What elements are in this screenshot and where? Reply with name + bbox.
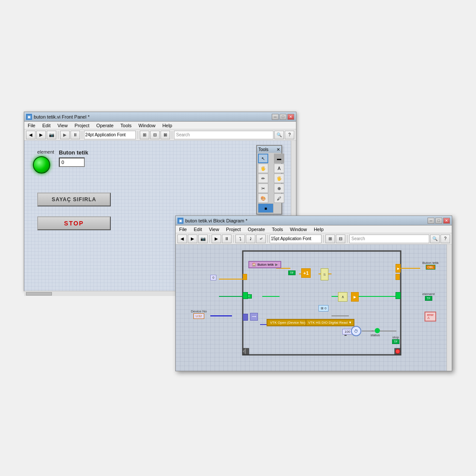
obl-indicator: OBL	[426, 265, 435, 270]
bd-search-placeholder: Search	[351, 236, 365, 241]
zero-constant: 0	[210, 275, 216, 280]
shift-reg-left-bool	[243, 292, 248, 299]
tool-wire[interactable]: ✏	[258, 174, 268, 183]
font-dropdown[interactable]: 24pt Application Font	[84, 131, 136, 139]
bd-menu-edit[interactable]: Edit	[192, 227, 204, 232]
tool-blue-box[interactable]: ■	[258, 203, 273, 213]
bd-menu-tools[interactable]: Tools	[270, 227, 285, 232]
scrollbar-thumb[interactable]	[26, 292, 52, 296]
menu-help[interactable]: Help	[161, 123, 174, 128]
bd-menubar: File Edit View Project Operate Tools Win…	[176, 225, 452, 233]
tool-pencil[interactable]: 🖊	[274, 193, 284, 203]
tool-text[interactable]: A	[274, 164, 284, 173]
bd-wiring-svg	[176, 244, 452, 371]
buton-tetik-vi-label: Buton tetik	[257, 263, 274, 267]
bd-font-dropdown[interactable]: 15pt Application Font	[270, 235, 322, 243]
bd-menu-project[interactable]: Project	[224, 227, 242, 232]
bd-align-button[interactable]: ⊞	[325, 235, 335, 243]
stop-button[interactable]: STOP	[37, 216, 111, 230]
separator-3	[138, 131, 138, 139]
led-circle[interactable]	[33, 156, 50, 174]
menu-file[interactable]: File	[26, 123, 37, 128]
menu-edit[interactable]: Edit	[41, 123, 52, 128]
resize-button[interactable]: ⊠	[161, 131, 170, 139]
maximize-button[interactable]: □	[280, 114, 286, 120]
bd-step-out[interactable]: ⤶	[256, 235, 266, 243]
back-button[interactable]: ◀	[26, 131, 35, 139]
bd-icon: ▣	[177, 218, 183, 224]
align-button[interactable]: ⊞	[140, 131, 149, 139]
tf-block-1: TF	[288, 270, 296, 275]
bd-menu-window[interactable]: Window	[288, 227, 309, 232]
bd-step-into[interactable]: ⤵	[235, 235, 245, 243]
tools-title: Tools	[258, 147, 268, 152]
tool-color[interactable]: ▬	[274, 154, 284, 163]
buton-tetik-label: Buton tetik	[59, 149, 88, 156]
tool-probe[interactable]: 🖐	[274, 174, 284, 183]
bd-maximize-button[interactable]: □	[435, 218, 442, 224]
bd-back-button[interactable]: ◀	[177, 235, 187, 243]
bd-forward-button[interactable]: ▶	[188, 235, 197, 243]
bd-sep-3	[267, 235, 268, 243]
bd-title: buton tetik.vi Block Diagram *	[185, 218, 428, 223]
bd-step-over[interactable]: ⤸	[246, 235, 255, 243]
svg-rect-3	[395, 348, 401, 354]
close-button[interactable]: ✕	[287, 114, 294, 120]
menu-operate[interactable]: Operate	[95, 123, 116, 128]
bd-sep-2	[233, 235, 234, 243]
bd-search-box[interactable]: Search	[349, 235, 429, 243]
bd-menu-file[interactable]: File	[177, 227, 189, 232]
tool-arrow[interactable]: ↖	[258, 154, 268, 163]
bool-mux: ▶	[351, 292, 359, 302]
dist-button[interactable]: ⊟	[150, 131, 160, 139]
minimize-button[interactable]: ─	[272, 114, 279, 120]
zero-const-block: 0	[210, 275, 216, 280]
tool-connect[interactable]: 🖐	[258, 164, 268, 173]
bd-search-button[interactable]: 🔍	[430, 235, 440, 243]
tool-color2[interactable]: 🎨	[258, 193, 268, 203]
stop-indicator: stop TF	[392, 335, 399, 344]
search-box[interactable]: Search	[174, 131, 273, 139]
bd-menu-operate[interactable]: Operate	[246, 227, 267, 232]
bd-help-button[interactable]: ?	[441, 235, 450, 243]
bd-close-button[interactable]: ✕	[443, 218, 450, 224]
tools-close[interactable]: ✕	[277, 147, 280, 152]
loop-sr-right-1	[396, 274, 400, 280]
menu-window[interactable]: Window	[137, 123, 157, 128]
buton-tetik-value: 0	[59, 158, 85, 167]
iteration-counter: i	[244, 350, 245, 354]
buton-tetik-subvi: 🏠 Buton tetik ▶	[248, 261, 281, 268]
vtk-open-label: VTK Open (Device No)	[270, 321, 306, 325]
bd-snapshot-button[interactable]: 📷	[198, 235, 208, 243]
bd-run-button[interactable]: ▶	[212, 235, 221, 243]
svg-point-4	[396, 349, 400, 354]
snapshot-button[interactable]: 📷	[47, 131, 56, 139]
menu-project[interactable]: Project	[73, 123, 91, 128]
vtk-hsdio-label: VTK HS DIO Digital Read	[308, 321, 347, 325]
buton-tetik-container: Buton tetik 0	[59, 149, 88, 167]
bd-scrollbar-right[interactable]	[447, 244, 452, 371]
forward-button[interactable]: ▶	[36, 131, 46, 139]
menu-tools[interactable]: Tools	[119, 123, 133, 128]
front-panel-controls: ─ □ ✕	[272, 114, 294, 120]
menu-view[interactable]: View	[56, 123, 70, 128]
pause-button[interactable]: ⏸	[71, 131, 80, 139]
help-button[interactable]: ?	[285, 131, 294, 139]
search-button[interactable]: 🔍	[274, 131, 284, 139]
error-indicator: error⚠	[425, 312, 436, 322]
bd-pause-button[interactable]: ⏸	[222, 235, 232, 243]
run-button[interactable]: ▶	[60, 131, 70, 139]
counter-display: ⊞ 0	[318, 305, 328, 312]
bd-dist-button[interactable]: ⊟	[336, 235, 345, 243]
bd-menu-help[interactable]: Help	[312, 227, 325, 232]
stop-tf-indicator: TF	[392, 339, 399, 344]
bd-minimize-button[interactable]: ─	[428, 218, 434, 224]
buton-tetik-output: Buton tetik OBL	[422, 261, 439, 270]
bd-controls: ─ □ ✕	[428, 218, 450, 224]
sayac-sifirla-button[interactable]: SAYAÇ SIFIRLA	[37, 193, 111, 206]
bd-menu-view[interactable]: View	[207, 227, 221, 232]
tool-breakpoint[interactable]: ✂	[258, 183, 268, 193]
bd-canvas[interactable]: 0 🏠 Buton tetik ▶ TF +1 S	[176, 244, 452, 371]
tool-scroll[interactable]: ⊕	[274, 183, 284, 193]
bd-content: 0 🏠 Buton tetik ▶ TF +1 S	[176, 244, 452, 371]
